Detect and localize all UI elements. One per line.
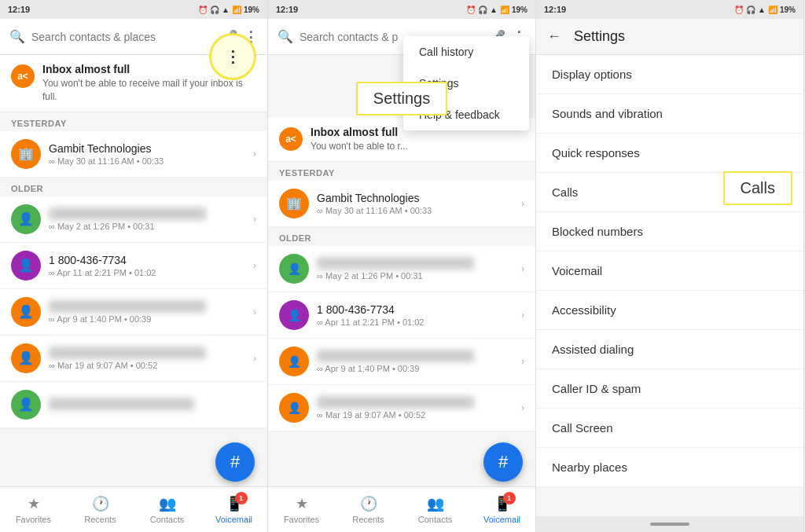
nav-recents-1[interactable]: 🕐 Recents — [67, 495, 134, 524]
call-blurred-1[interactable]: 👤 Hidden Name ∞ May 2 at 1:26 PM • 00:31… — [0, 196, 267, 243]
call-blurred-6[interactable]: 👤 Hidden ∞ Apr 9 at 1:40 PM • 00:39 › — [268, 339, 535, 385]
call-detail-1800-1: ∞ Apr 11 at 2:21 PM • 01:02 — [49, 268, 245, 277]
call-blurred-3[interactable]: 👤 Hidden Name ∞ Mar 19 at 9:07 AM • 00:5… — [0, 336, 267, 382]
status-icons-3: ⏰ 🎧 ▲ 📶 19% — [734, 6, 796, 14]
nav-voicemail-1[interactable]: 📱 1 Voicemail — [200, 495, 267, 524]
call-arrow-10: › — [521, 402, 524, 413]
settings-blocked-numbers[interactable]: Blocked numbers — [536, 212, 803, 251]
search-icon-2: 🔍 — [278, 29, 293, 44]
call-arrow-9: › — [521, 356, 524, 367]
wifi-icon-3: ▲ — [758, 6, 766, 14]
inbox-logo-2: a< — [279, 127, 303, 151]
bottom-nav-2: ★ Favorites 🕐 Recents 👥 Contacts 📱 1 Voi… — [268, 486, 535, 532]
call-arrow-8: › — [521, 310, 524, 321]
status-bar-2: 12:19 ⏰ 🎧 ▲ 📶 19% — [268, 0, 535, 19]
signal-icon-3: 📶 — [768, 6, 777, 14]
call-detail-blurred-3: ∞ Mar 19 at 9:07 AM • 00:52 — [49, 361, 245, 370]
keypad-icon-2: # — [498, 452, 508, 472]
settings-annotation-2: Settings — [356, 82, 447, 116]
avatar-gambit-2: 🏢 — [279, 189, 309, 218]
section-yesterday-1: YESTERDAY — [0, 112, 267, 131]
wifi-icon: ▲ — [222, 6, 230, 14]
status-bar-1: 12:19 ⏰ 🎧 ▲ 📶 19% — [0, 0, 267, 19]
call-detail-gambit-1: ∞ May 30 at 11:16 AM • 00:33 — [49, 156, 245, 166]
nav-voicemail-2[interactable]: 📱 1 Voicemail — [469, 495, 535, 524]
settings-voicemail[interactable]: Voicemail — [536, 251, 803, 291]
nav-favorites-2[interactable]: ★ Favorites — [268, 495, 335, 524]
call-info-gambit-1: Gambit Technologies ∞ May 30 at 11:16 AM… — [49, 142, 245, 166]
fab-2[interactable]: # — [483, 442, 523, 482]
call-info-gambit-2: Gambit Technologies ∞ May 30 at 11:16 AM… — [317, 192, 513, 215]
call-name-gambit-1: Gambit Technologies — [49, 142, 245, 155]
call-info-blurred-6: Hidden ∞ Apr 9 at 1:40 PM • 00:39 — [317, 350, 513, 373]
alarm-icon-2: ⏰ — [466, 6, 476, 14]
search-input-1[interactable] — [31, 31, 215, 43]
settings-header-3: ← Settings — [536, 19, 803, 55]
settings-nearby-places[interactable]: Nearby places — [536, 448, 803, 487]
call-name-blurred-3: Hidden Name — [49, 347, 206, 359]
settings-call-screen[interactable]: Call Screen — [536, 409, 803, 448]
avatar-blurred-2: 👤 — [11, 297, 41, 327]
call-arrow-2: › — [253, 214, 256, 225]
settings-accessibility[interactable]: Accessibility — [536, 291, 803, 330]
status-icons-1: ⏰ 🎧 ▲ 📶 19% — [198, 6, 259, 14]
fab-1[interactable]: # — [215, 442, 255, 482]
voicemail-badge-1: 1 — [235, 492, 248, 504]
bottom-nav-1: ★ Favorites 🕐 Recents 👥 Contacts 📱 1 Voi… — [0, 486, 267, 532]
time-1: 12:19 — [8, 5, 30, 14]
voicemail-icon-wrap-1: 📱 1 — [226, 495, 243, 512]
call-detail-gambit-2: ∞ May 30 at 11:16 AM • 00:33 — [317, 206, 513, 215]
call-arrow-6: › — [521, 198, 524, 209]
settings-caller-id-spam[interactable]: Caller ID & spam — [536, 369, 803, 409]
wifi-icon-2: ▲ — [490, 6, 498, 14]
settings-display-options[interactable]: Display options — [536, 55, 803, 94]
avatar-blurred-5: 👤 — [279, 254, 309, 284]
voicemail-label-1: Voicemail — [215, 515, 252, 524]
nav-recents-2[interactable]: 🕐 Recents — [335, 495, 402, 524]
section-older-1: OLDER — [0, 178, 267, 196]
keypad-icon-1: # — [230, 452, 240, 472]
panel-2: 12:19 ⏰ 🎧 ▲ 📶 19% 🔍 🎤 ⋮ Call history Set… — [268, 0, 536, 532]
dots-icon: ⋮ — [225, 47, 241, 66]
call-blurred-4[interactable]: 👤 Hidden — [0, 382, 267, 428]
settings-quick-responses[interactable]: Quick responses — [536, 134, 803, 173]
dropdown-call-history[interactable]: Call history — [403, 36, 529, 68]
inbox-subtitle-2: You won't be able to r... — [311, 140, 524, 153]
call-arrow-1: › — [253, 149, 256, 160]
call-blurred-2[interactable]: 👤 Hidden Name ∞ Apr 9 at 1:40 PM • 00:39… — [0, 289, 267, 336]
panel-1: 12:19 ⏰ 🎧 ▲ 📶 19% 🔍 🎤 ⋮ ⋮ a< Inbox almos… — [0, 0, 268, 532]
settings-list-3: Display options Sounds and vibration Qui… — [536, 55, 803, 532]
signal-icon-2: 📶 — [500, 6, 509, 14]
call-arrow-4: › — [253, 306, 256, 317]
nav-contacts-2[interactable]: 👥 Contacts — [402, 495, 469, 524]
call-name-blurred-1: Hidden Name — [49, 207, 206, 220]
call-name-1800-1: 1 800-436-7734 — [49, 254, 245, 266]
avatar-blurred-7: 👤 — [279, 393, 309, 423]
alarm-icon: ⏰ — [198, 6, 208, 14]
inbox-subtitle-1: You won't be able to receive mail if you… — [42, 77, 256, 104]
nav-contacts-1[interactable]: 👥 Contacts — [134, 495, 200, 524]
call-info-1800-2: 1 800-436-7734 ∞ Apr 11 at 2:21 PM • 01:… — [317, 303, 513, 327]
call-gambit-2[interactable]: 🏢 Gambit Technologies ∞ May 30 at 11:16 … — [268, 181, 535, 227]
settings-sounds-vibration[interactable]: Sounds and vibration — [536, 94, 803, 134]
call-1800-2[interactable]: 👤 1 800-436-7734 ∞ Apr 11 at 2:21 PM • 0… — [268, 292, 535, 339]
back-button-3[interactable]: ← — [547, 28, 561, 45]
call-info-blurred-7: Hidden ∞ Mar 19 at 9:07 AM • 00:52 — [317, 396, 513, 420]
con-label-2: Contacts — [418, 515, 452, 524]
call-1800-1[interactable]: 👤 1 800-436-7734 ∞ Apr 11 at 2:21 PM • 0… — [0, 243, 267, 289]
avatar-blurred-6: 👤 — [279, 347, 309, 376]
nav-favorites-1[interactable]: ★ Favorites — [0, 495, 67, 524]
call-gambit-1[interactable]: 🏢 Gambit Technologies ∞ May 30 at 11:16 … — [0, 131, 267, 178]
call-detail-blurred-1: ∞ May 2 at 1:26 PM • 00:31 — [49, 222, 245, 231]
status-bar-3: 12:19 ⏰ 🎧 ▲ 📶 19% — [536, 0, 803, 19]
headphone-icon-2: 🎧 — [478, 6, 487, 14]
call-blurred-7[interactable]: 👤 Hidden ∞ Mar 19 at 9:07 AM • 00:52 › — [268, 385, 535, 431]
contacts-icon-1: 👥 — [159, 495, 176, 512]
alarm-icon-3: ⏰ — [734, 6, 744, 14]
settings-title-3: Settings — [574, 28, 625, 45]
settings-assisted-dialing[interactable]: Assisted dialing — [536, 330, 803, 369]
call-info-blurred-5: Hidden ∞ May 2 at 1:26 PM • 00:31 — [317, 257, 513, 281]
battery-1: 19% — [244, 6, 259, 14]
call-detail-blurred-5: ∞ May 2 at 1:26 PM • 00:31 — [317, 271, 513, 281]
call-blurred-5[interactable]: 👤 Hidden ∞ May 2 at 1:26 PM • 00:31 › — [268, 246, 535, 292]
